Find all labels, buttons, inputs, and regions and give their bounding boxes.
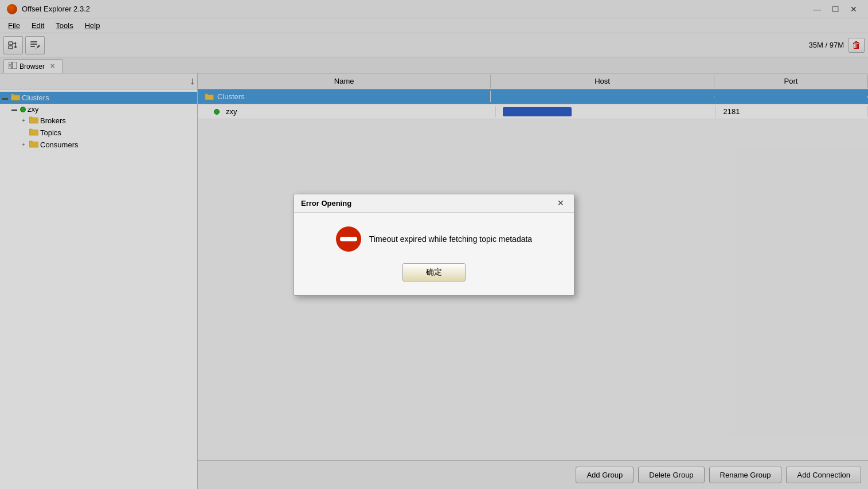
dialog-title: Error Opening — [301, 199, 351, 208]
dialog-message: Timeout expired while fetching topic met… — [369, 234, 532, 244]
dialog-body: Timeout expired while fetching topic met… — [294, 213, 574, 295]
dialog-message-row: Timeout expired while fetching topic met… — [336, 226, 532, 252]
dialog-close-button[interactable]: ✕ — [554, 197, 567, 209]
error-dialog: Error Opening ✕ Timeout expired while fe… — [294, 194, 574, 296]
dialog-title-bar: Error Opening ✕ — [294, 194, 574, 213]
dialog-ok-button[interactable]: 确定 — [402, 263, 466, 281]
error-icon — [336, 226, 361, 252]
dialog-overlay: Error Opening ✕ Timeout expired while fe… — [0, 0, 868, 489]
